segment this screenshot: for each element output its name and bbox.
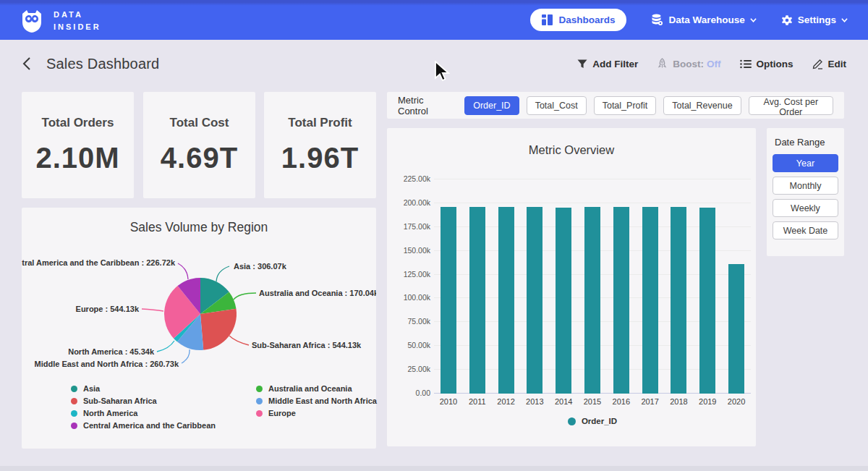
- back-arrow-icon[interactable]: [22, 56, 32, 71]
- metric-control-bar: Metric Control Order_IDTotal_CostTotal_P…: [387, 92, 844, 119]
- dashboards-button[interactable]: Dashboards: [530, 9, 626, 31]
- kpi-label: Total Cost: [170, 116, 229, 130]
- settings-menu[interactable]: Settings: [781, 14, 848, 26]
- brand-logo[interactable]: DATA INSIDER: [17, 7, 101, 35]
- top-navbar: DATA INSIDER Dashboards Data Warehouse: [0, 0, 868, 40]
- bar-2010[interactable]: [441, 207, 456, 394]
- legend-dot: [256, 410, 263, 417]
- x-tick-label: 2010: [433, 397, 464, 406]
- y-tick-label: 225.00k: [387, 174, 430, 183]
- pie-label-leader: [157, 341, 174, 352]
- brand-name: DATA INSIDER: [54, 9, 101, 33]
- dashboard-header: Sales Dashboard Add Filter Boost: Off Op: [0, 41, 868, 87]
- bar-chart-plot[interactable]: 0.0025.00k50.00k75.00k100.00k125.00k150.…: [434, 179, 751, 394]
- x-tick-label: 2019: [692, 397, 723, 406]
- kpi-card: Total Cost4.69T: [143, 92, 255, 198]
- data-warehouse-menu[interactable]: Data Warehouse: [651, 14, 756, 26]
- x-tick-label: 2018: [663, 397, 694, 406]
- bar-2020[interactable]: [728, 264, 744, 394]
- pie-legend: AsiaSub-Saharan AfricaNorth AmericaCentr…: [71, 384, 377, 430]
- pie-slice-label: Asia : 306.07k: [234, 262, 287, 271]
- data-warehouse-label: Data Warehouse: [668, 14, 744, 25]
- y-tick-label: 175.00k: [387, 222, 430, 231]
- bar-chart-title: Metric Overview: [387, 128, 756, 157]
- bottom-strip: [0, 466, 868, 471]
- date-range-panel: Date Range YearMonthlyWeeklyWeek Date: [767, 128, 844, 256]
- pie-slice-sub-saharan-africa[interactable]: [200, 309, 237, 350]
- date-range-option-week-date[interactable]: Week Date: [773, 221, 838, 239]
- date-range-option-year[interactable]: Year: [773, 154, 838, 172]
- x-tick-label: 2012: [490, 397, 522, 406]
- metric-control-label: Metric Control: [398, 95, 454, 116]
- metric-option-avg-cost-per-order[interactable]: Avg. Cost per Order: [749, 96, 833, 115]
- owl-logo-icon: [17, 7, 46, 35]
- add-filter-button[interactable]: Add Filter: [577, 59, 638, 69]
- pie-slice-label: Europe : 544.13k: [76, 305, 140, 313]
- bar-2019[interactable]: [699, 208, 715, 394]
- kpi-value: 4.69T: [161, 142, 238, 174]
- x-tick-label: 2015: [576, 397, 608, 406]
- legend-dot: [256, 386, 263, 392]
- page-title: Sales Dashboard: [46, 56, 159, 72]
- bar-chart-card: Metric Overview 0.0025.00k50.00k75.00k10…: [387, 128, 756, 446]
- settings-label: Settings: [798, 14, 836, 25]
- x-tick-label: 2020: [720, 397, 752, 406]
- bar-2014[interactable]: [556, 208, 571, 394]
- pie-slice-label: Middle East and North Africa : 260.73k: [35, 360, 179, 368]
- kpi-value: 2.10M: [35, 142, 119, 174]
- pie-chart-title: Sales Volume by Region: [22, 208, 376, 235]
- legend-text: Sub-Saharan Africa: [83, 396, 157, 405]
- pie-slice-label: Australia and Oceania : 170.04k: [259, 289, 376, 297]
- legend-label: Order_ID: [582, 417, 617, 425]
- bar-2012[interactable]: [498, 207, 514, 394]
- legend-item-australia-and-oceania[interactable]: Australia and Oceania: [256, 384, 377, 393]
- gear-icon: [781, 14, 793, 26]
- pie-chart[interactable]: Asia : 306.07kAustralia and Oceania : 17…: [22, 250, 376, 384]
- kpi-label: Total Orders: [42, 116, 114, 130]
- legend-item-north-america[interactable]: North America: [71, 409, 216, 417]
- bar-2017[interactable]: [642, 207, 658, 394]
- legend-column: Australia and OceaniaMiddle East and Nor…: [256, 384, 377, 430]
- bar-2016[interactable]: [613, 207, 629, 394]
- y-tick-label: 200.00k: [387, 198, 430, 207]
- metric-option-order-id[interactable]: Order_ID: [464, 96, 519, 115]
- edit-button[interactable]: Edit: [812, 59, 847, 69]
- boost-label: Boost:: [673, 59, 704, 69]
- legend-item-europe[interactable]: Europe: [256, 409, 377, 417]
- bar-chart-legend: Order_ID: [434, 417, 751, 425]
- bar-2015[interactable]: [584, 207, 600, 394]
- boost-toggle[interactable]: Boost: Off: [657, 58, 720, 69]
- pie-label-leader: [178, 263, 188, 279]
- legend-dot: [71, 410, 77, 417]
- date-range-option-monthly[interactable]: Monthly: [773, 177, 838, 195]
- legend-text: Central America and the Caribbean: [83, 421, 216, 430]
- kpi-label: Total Profit: [288, 116, 352, 130]
- legend-item-central-america-and-the-caribbean[interactable]: Central America and the Caribbean: [71, 421, 216, 430]
- dashboards-label: Dashboards: [558, 14, 615, 25]
- bar-2018[interactable]: [671, 207, 686, 394]
- options-button[interactable]: Options: [740, 59, 793, 69]
- database-icon: [651, 14, 663, 26]
- legend-dot: [568, 417, 576, 425]
- y-tick-label: 100.00k: [387, 293, 430, 302]
- legend-dot: [256, 398, 263, 404]
- pie-chart-card: Sales Volume by Region Asia : 306.07kAus…: [22, 208, 376, 449]
- legend-item-middle-east-and-north-africa[interactable]: Middle East and North Africa: [256, 396, 377, 405]
- pie-label-leader: [182, 349, 190, 363]
- x-tick-label: 2017: [634, 397, 666, 406]
- bar-2011[interactable]: [469, 207, 485, 394]
- metric-option-total-cost[interactable]: Total_Cost: [527, 96, 587, 115]
- pie-slice-label: Sub-Saharan Africa : 544.13k: [252, 341, 362, 349]
- date-range-option-weekly[interactable]: Weekly: [773, 199, 838, 217]
- pie-slice-label: North America : 45.34k: [68, 347, 155, 356]
- rocket-icon: [657, 58, 668, 69]
- legend-item-asia[interactable]: Asia: [71, 384, 216, 393]
- filter-funnel-icon: [577, 59, 587, 69]
- bar-2013[interactable]: [527, 207, 542, 394]
- edit-pencil-icon: [812, 59, 823, 69]
- legend-dot: [71, 398, 77, 404]
- kpi-value: 1.96T: [281, 142, 359, 174]
- legend-item-sub-saharan-africa[interactable]: Sub-Saharan Africa: [71, 396, 216, 405]
- metric-option-total-profit[interactable]: Total_Profit: [594, 96, 657, 115]
- metric-option-total-revenue[interactable]: Total_Revenue: [663, 96, 741, 115]
